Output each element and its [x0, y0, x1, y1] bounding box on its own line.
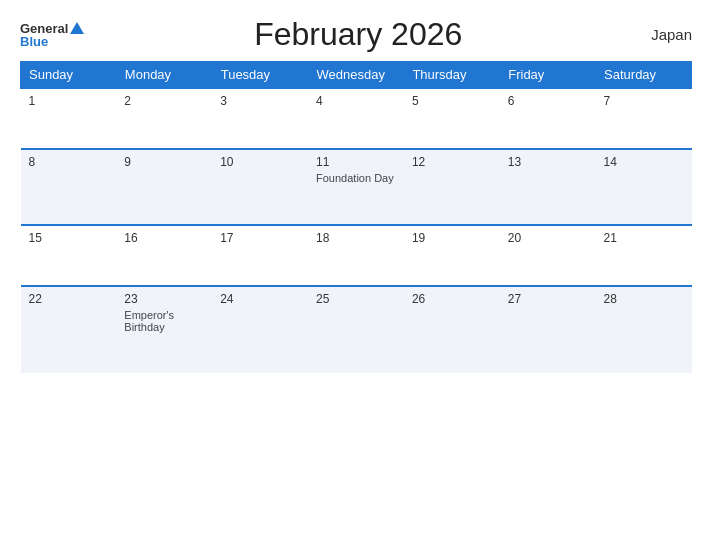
- day-number: 8: [29, 155, 109, 169]
- day-number: 26: [412, 292, 492, 306]
- day-number: 5: [412, 94, 492, 108]
- logo: General Blue: [20, 22, 84, 48]
- col-saturday: Saturday: [596, 62, 692, 89]
- calendar-day-cell: 2: [116, 88, 212, 149]
- calendar-day-cell: 1: [21, 88, 117, 149]
- day-number: 2: [124, 94, 204, 108]
- calendar-title: February 2026: [84, 16, 632, 53]
- calendar-header: Sunday Monday Tuesday Wednesday Thursday…: [21, 62, 692, 89]
- day-number: 7: [604, 94, 684, 108]
- calendar-day-cell: 19: [404, 225, 500, 286]
- logo-blue-text: Blue: [20, 35, 84, 48]
- logo-triangle-icon: [70, 22, 84, 34]
- day-number: 27: [508, 292, 588, 306]
- calendar-day-cell: 21: [596, 225, 692, 286]
- day-number: 18: [316, 231, 396, 245]
- col-monday: Monday: [116, 62, 212, 89]
- calendar-day-cell: 20: [500, 225, 596, 286]
- calendar-day-cell: 3: [212, 88, 308, 149]
- calendar-day-cell: 5: [404, 88, 500, 149]
- calendar-week-row: 891011Foundation Day121314: [21, 149, 692, 225]
- col-friday: Friday: [500, 62, 596, 89]
- calendar-day-cell: 10: [212, 149, 308, 225]
- calendar-week-row: 15161718192021: [21, 225, 692, 286]
- day-number: 21: [604, 231, 684, 245]
- calendar-week-row: 2223Emperor's Birthday2425262728: [21, 286, 692, 373]
- calendar-day-cell: 17: [212, 225, 308, 286]
- calendar-day-cell: 14: [596, 149, 692, 225]
- col-sunday: Sunday: [21, 62, 117, 89]
- day-number: 28: [604, 292, 684, 306]
- day-number: 6: [508, 94, 588, 108]
- calendar-day-cell: 9: [116, 149, 212, 225]
- day-number: 9: [124, 155, 204, 169]
- day-number: 3: [220, 94, 300, 108]
- day-number: 4: [316, 94, 396, 108]
- calendar-body: 1234567891011Foundation Day1213141516171…: [21, 88, 692, 373]
- col-wednesday: Wednesday: [308, 62, 404, 89]
- day-event: Foundation Day: [316, 172, 396, 184]
- day-number: 14: [604, 155, 684, 169]
- day-number: 25: [316, 292, 396, 306]
- logo-general-text: General: [20, 22, 68, 35]
- calendar-week-row: 1234567: [21, 88, 692, 149]
- calendar-table: Sunday Monday Tuesday Wednesday Thursday…: [20, 61, 692, 373]
- day-number: 20: [508, 231, 588, 245]
- day-number: 16: [124, 231, 204, 245]
- day-number: 23: [124, 292, 204, 306]
- calendar-day-cell: 13: [500, 149, 596, 225]
- calendar-day-cell: 7: [596, 88, 692, 149]
- col-thursday: Thursday: [404, 62, 500, 89]
- calendar-day-cell: 18: [308, 225, 404, 286]
- calendar-day-cell: 16: [116, 225, 212, 286]
- calendar-day-cell: 26: [404, 286, 500, 373]
- calendar-day-cell: 15: [21, 225, 117, 286]
- calendar-day-cell: 23Emperor's Birthday: [116, 286, 212, 373]
- calendar-day-cell: 8: [21, 149, 117, 225]
- col-tuesday: Tuesday: [212, 62, 308, 89]
- day-number: 11: [316, 155, 396, 169]
- day-number: 1: [29, 94, 109, 108]
- day-number: 24: [220, 292, 300, 306]
- calendar-day-cell: 22: [21, 286, 117, 373]
- day-number: 19: [412, 231, 492, 245]
- day-number: 15: [29, 231, 109, 245]
- calendar-page: General Blue February 2026 Japan Sunday …: [0, 0, 712, 550]
- calendar-day-cell: 24: [212, 286, 308, 373]
- day-number: 13: [508, 155, 588, 169]
- day-header-row: Sunday Monday Tuesday Wednesday Thursday…: [21, 62, 692, 89]
- day-number: 22: [29, 292, 109, 306]
- calendar-day-cell: 11Foundation Day: [308, 149, 404, 225]
- header: General Blue February 2026 Japan: [20, 16, 692, 53]
- country-label: Japan: [632, 26, 692, 43]
- calendar-day-cell: 27: [500, 286, 596, 373]
- calendar-day-cell: 12: [404, 149, 500, 225]
- day-number: 12: [412, 155, 492, 169]
- day-event: Emperor's Birthday: [124, 309, 204, 333]
- calendar-day-cell: 28: [596, 286, 692, 373]
- calendar-day-cell: 4: [308, 88, 404, 149]
- day-number: 10: [220, 155, 300, 169]
- day-number: 17: [220, 231, 300, 245]
- calendar-day-cell: 25: [308, 286, 404, 373]
- calendar-day-cell: 6: [500, 88, 596, 149]
